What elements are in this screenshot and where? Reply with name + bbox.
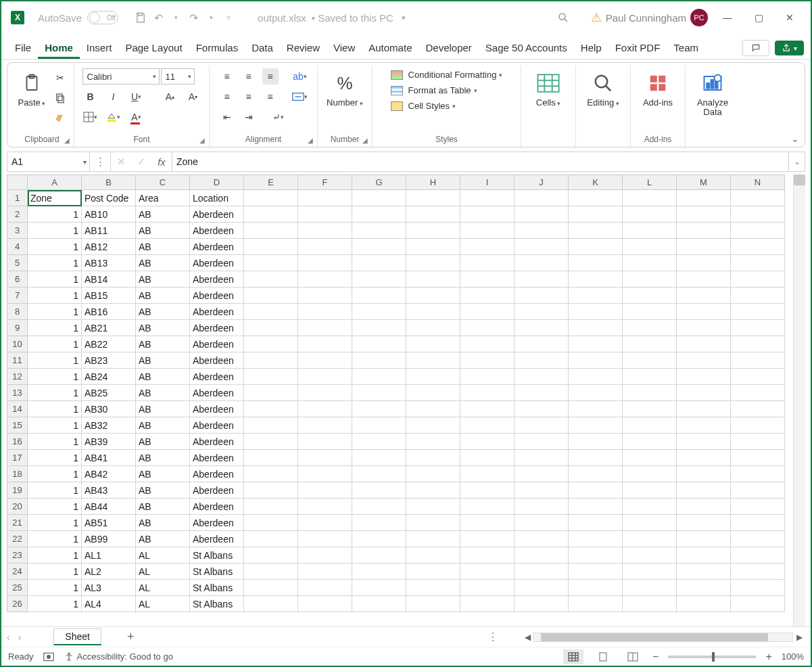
cell-A22[interactable]: 1 (28, 531, 82, 547)
cell-M11[interactable] (677, 352, 731, 369)
cell-A4[interactable]: 1 (28, 239, 82, 255)
cell-C11[interactable]: AB (136, 352, 190, 369)
cell-N6[interactable] (731, 271, 785, 288)
cell-D1[interactable]: Location (190, 190, 244, 206)
cell-A2[interactable]: 1 (28, 206, 82, 223)
col-header-M[interactable]: M (677, 175, 731, 190)
tab-file[interactable]: File (8, 37, 38, 59)
cell-H25[interactable] (406, 580, 460, 596)
cell-G6[interactable] (352, 271, 406, 288)
expand-formula-bar-icon[interactable]: ⌄ (788, 152, 805, 171)
cell-L22[interactable] (623, 531, 677, 547)
cell-B8[interactable]: AB16 (82, 304, 136, 320)
cell-B7[interactable]: AB15 (82, 288, 136, 304)
col-header-F[interactable]: F (298, 175, 352, 190)
view-normal-icon[interactable] (563, 649, 583, 664)
cell-F11[interactable] (298, 352, 352, 369)
cell-B10[interactable]: AB22 (82, 336, 136, 352)
cell-D10[interactable]: Aberdeen (190, 336, 244, 352)
cell-I10[interactable] (460, 336, 515, 352)
cell-I7[interactable] (460, 288, 515, 304)
align-bottom-icon[interactable]: ≡ (262, 68, 279, 85)
cell-G12[interactable] (352, 369, 406, 385)
add-sheet-icon[interactable]: + (127, 630, 135, 644)
cell-N1[interactable] (731, 190, 785, 206)
cell-L19[interactable] (623, 482, 677, 499)
align-top-icon[interactable]: ≡ (219, 68, 235, 85)
cell-N13[interactable] (731, 385, 785, 401)
cell-K17[interactable] (569, 450, 623, 466)
cell-H8[interactable] (406, 304, 460, 320)
cell-I12[interactable] (460, 369, 515, 385)
cell-J1[interactable] (515, 190, 569, 206)
decrease-font-icon[interactable]: A▾ (185, 89, 201, 105)
cell-D9[interactable]: Aberdeen (190, 320, 244, 336)
cell-M10[interactable] (677, 336, 731, 352)
cell-F24[interactable] (298, 564, 352, 580)
cell-N2[interactable] (731, 206, 785, 223)
cell-L20[interactable] (623, 499, 677, 515)
cell-F8[interactable] (298, 304, 352, 320)
cell-B24[interactable]: AL2 (82, 564, 136, 580)
cell-J11[interactable] (515, 352, 569, 369)
cell-I11[interactable] (460, 352, 515, 369)
cell-E12[interactable] (244, 369, 298, 385)
col-header-E[interactable]: E (244, 175, 298, 190)
sheet-nav-prev-icon[interactable]: ‹ (7, 632, 10, 643)
cell-G20[interactable] (352, 499, 406, 515)
tab-team[interactable]: Team (667, 37, 705, 59)
cell-H20[interactable] (406, 499, 460, 515)
cell-D16[interactable]: Aberdeen (190, 434, 244, 450)
cell-K18[interactable] (569, 466, 623, 482)
row-header-17[interactable]: 17 (7, 450, 28, 466)
cell-A20[interactable]: 1 (28, 499, 82, 515)
cell-J12[interactable] (515, 369, 569, 385)
cell-E26[interactable] (244, 596, 298, 612)
cell-N15[interactable] (731, 417, 785, 434)
cell-I19[interactable] (460, 482, 515, 499)
cell-B15[interactable]: AB32 (82, 417, 136, 434)
cell-F14[interactable] (298, 401, 352, 417)
row-header-23[interactable]: 23 (7, 547, 28, 564)
paste-button[interactable]: Paste (16, 68, 48, 108)
cell-I6[interactable] (460, 271, 515, 288)
cell-E2[interactable] (244, 206, 298, 223)
cut-icon[interactable]: ✂ (52, 70, 68, 86)
cell-F7[interactable] (298, 288, 352, 304)
cell-styles-button[interactable]: Cell Styles (391, 101, 456, 111)
cell-H13[interactable] (406, 385, 460, 401)
format-as-table-button[interactable]: Format as Table (391, 85, 477, 95)
cell-A21[interactable]: 1 (28, 515, 82, 531)
cell-D22[interactable]: Aberdeen (190, 531, 244, 547)
cell-L13[interactable] (623, 385, 677, 401)
font-color-button[interactable]: A (128, 109, 145, 125)
cell-E17[interactable] (244, 450, 298, 466)
cell-C5[interactable]: AB (136, 255, 190, 271)
cell-K14[interactable] (569, 401, 623, 417)
cells-button[interactable]: Cells (527, 68, 570, 108)
cell-L23[interactable] (623, 547, 677, 564)
cell-J6[interactable] (515, 271, 569, 288)
cell-D17[interactable]: Aberdeen (190, 450, 244, 466)
font-size-combo[interactable]: 11 (161, 68, 195, 85)
row-header-1[interactable]: 1 (7, 190, 28, 206)
conditional-formatting-button[interactable]: Conditional Formatting (391, 70, 503, 80)
cell-J22[interactable] (515, 531, 569, 547)
cell-C4[interactable]: AB (136, 239, 190, 255)
col-header-A[interactable]: A (28, 175, 82, 190)
maximize-button[interactable]: ▢ (743, 3, 774, 32)
cell-K26[interactable] (569, 596, 623, 612)
clipboard-launcher-icon[interactable]: ◢ (64, 137, 70, 144)
vertical-scrollbar[interactable] (793, 175, 805, 626)
cell-J3[interactable] (515, 223, 569, 239)
cell-G14[interactable] (352, 401, 406, 417)
cell-E4[interactable] (244, 239, 298, 255)
tab-foxit-pdf[interactable]: Foxit PDF (608, 37, 667, 59)
cell-C13[interactable]: AB (136, 385, 190, 401)
col-header-N[interactable]: N (731, 175, 785, 190)
cell-I8[interactable] (460, 304, 515, 320)
cell-K24[interactable] (569, 564, 623, 580)
cell-G3[interactable] (352, 223, 406, 239)
tab-home[interactable]: Home (38, 37, 80, 59)
cell-K15[interactable] (569, 417, 623, 434)
